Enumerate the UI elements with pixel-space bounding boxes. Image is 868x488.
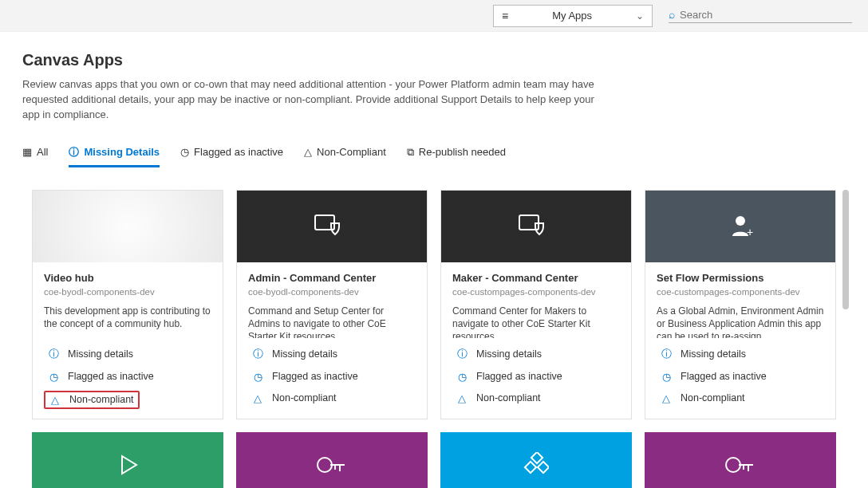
app-card[interactable]	[440, 432, 632, 488]
search-input[interactable]	[680, 9, 852, 21]
tab-label: Re-publish needed	[419, 146, 506, 158]
card-title: Maker - Command Center	[452, 272, 620, 284]
key-icon	[722, 449, 759, 481]
card-grid-wrap: Video hub coe-byodl-components-dev This …	[22, 190, 846, 488]
grid-icon: ▦	[22, 146, 32, 158]
card-description: Command Center for Makers to navigate to…	[452, 305, 620, 338]
card-description: As a Global Admin, Environment Admin or …	[657, 305, 824, 338]
card-hero	[237, 191, 427, 262]
tab-label: Missing Details	[84, 146, 160, 158]
status-inactive: ◷Flagged as inactive	[44, 369, 215, 384]
warn-icon: △	[251, 392, 264, 404]
svg-rect-8	[538, 461, 549, 472]
republish-icon: ⧉	[407, 146, 414, 159]
view-dropdown[interactable]: ≡ My Apps ⌄	[493, 5, 653, 27]
card-title: Set Flow Permissions	[657, 272, 824, 284]
tab-label: All	[37, 146, 48, 158]
card-hero	[33, 191, 223, 262]
card-description: Command and Setup Center for Admins to n…	[248, 305, 416, 338]
svg-point-9	[726, 458, 740, 472]
clock-icon: ◷	[47, 371, 60, 383]
svg-text:+: +	[747, 226, 753, 238]
card-environment: coe-custompages-components-dev	[657, 287, 824, 297]
shield-icon	[518, 212, 554, 241]
key-icon	[314, 449, 350, 481]
card-grid: Video hub coe-byodl-components-dev This …	[32, 190, 836, 419]
app-card[interactable]	[645, 432, 836, 488]
page-title: Canvas Apps	[22, 51, 846, 69]
card-environment: coe-byodl-components-dev	[248, 287, 416, 297]
clock-icon: ◷	[456, 371, 468, 383]
tab-non-compliant[interactable]: △ Non-Compliant	[304, 140, 386, 167]
status-inactive: ◷Flagged as inactive	[248, 369, 419, 384]
status-noncompliant: △Non-compliant	[44, 391, 140, 409]
info-icon: ⓘ	[69, 145, 79, 159]
status-inactive: ◷Flagged as inactive	[657, 369, 827, 384]
page-description: Review canvas apps that you own or co-ow…	[22, 77, 605, 123]
status-missing: ⓘMissing details	[657, 346, 827, 363]
user-add-icon: +	[726, 212, 755, 241]
warn-icon: △	[304, 146, 312, 158]
scrollbar[interactable]	[842, 190, 849, 309]
app-card[interactable]	[32, 432, 223, 488]
card-grid-row2	[32, 432, 836, 488]
status-noncompliant: △Non-compliant	[452, 391, 623, 406]
tab-missing-details[interactable]: ⓘ Missing Details	[69, 140, 160, 167]
warn-icon: △	[49, 394, 61, 406]
tab-label: Non-Compliant	[317, 146, 386, 158]
hamburger-icon: ≡	[502, 10, 508, 22]
svg-point-5	[318, 458, 332, 472]
status-missing: ⓘMissing details	[44, 346, 215, 363]
svg-rect-6	[531, 452, 542, 463]
tab-flagged-inactive[interactable]: ◷ Flagged as inactive	[180, 140, 283, 167]
info-icon: ⓘ	[660, 348, 673, 361]
tab-label: Flagged as inactive	[194, 146, 283, 158]
warn-icon: △	[456, 392, 468, 404]
svg-rect-7	[525, 461, 536, 472]
card-environment: coe-custompages-components-dev	[452, 287, 620, 297]
tab-republish-needed[interactable]: ⧉ Re-publish needed	[407, 140, 506, 167]
app-card[interactable]: Admin - Command Center coe-byodl-compone…	[236, 190, 428, 419]
status-missing: ⓘMissing details	[248, 346, 419, 363]
status-noncompliant: △Non-compliant	[248, 391, 419, 406]
info-icon: ⓘ	[251, 348, 264, 361]
clock-icon: ◷	[660, 371, 673, 383]
card-title: Video hub	[44, 272, 211, 284]
search-box[interactable]: ⌕	[669, 8, 852, 23]
info-icon: ⓘ	[456, 348, 468, 361]
diamond-icon	[523, 452, 549, 478]
card-title: Admin - Command Center	[248, 272, 416, 284]
clock-icon: ◷	[251, 371, 264, 383]
svg-marker-4	[122, 456, 136, 474]
card-hero: +	[645, 191, 835, 262]
status-noncompliant: △Non-compliant	[657, 391, 827, 406]
warn-icon: △	[660, 392, 673, 404]
search-icon: ⌕	[669, 8, 675, 21]
top-bar: ≡ My Apps ⌄ ⌕	[0, 0, 868, 32]
status-missing: ⓘMissing details	[452, 346, 623, 363]
chevron-down-icon: ⌄	[636, 10, 644, 22]
card-hero	[441, 191, 631, 262]
tabs: ▦ All ⓘ Missing Details ◷ Flagged as ina…	[22, 140, 846, 167]
tab-all[interactable]: ▦ All	[22, 140, 48, 167]
app-card[interactable]: + Set Flow Permissions coe-custompages-c…	[645, 190, 836, 419]
app-card[interactable]: Video hub coe-byodl-components-dev This …	[32, 190, 223, 419]
svg-point-2	[736, 216, 745, 226]
dropdown-label: My Apps	[508, 10, 636, 22]
card-environment: coe-byodl-components-dev	[44, 287, 211, 297]
status-inactive: ◷Flagged as inactive	[452, 369, 623, 384]
app-card[interactable]	[236, 432, 428, 488]
clock-icon: ◷	[180, 146, 189, 158]
shield-icon	[314, 212, 350, 241]
info-icon: ⓘ	[47, 348, 60, 361]
card-description: This development app is contributing to …	[44, 305, 211, 338]
app-card[interactable]: Maker - Command Center coe-custompages-c…	[440, 190, 632, 419]
play-icon	[112, 450, 143, 480]
